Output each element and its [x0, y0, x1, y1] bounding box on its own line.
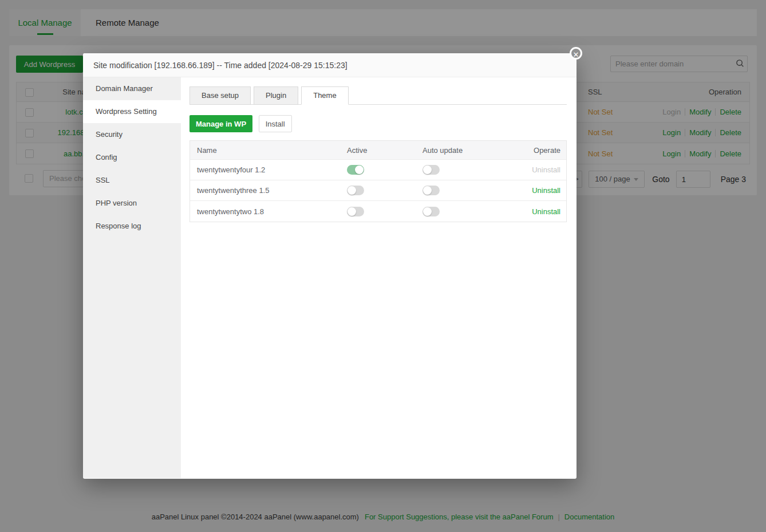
sidebar-item-ssl[interactable]: SSL: [83, 169, 181, 192]
theme-row: twentytwentythree 1.5 Uninstall: [190, 180, 566, 201]
uninstall-link[interactable]: Uninstall: [532, 186, 560, 195]
sidebar-item-php-version[interactable]: PHP version: [83, 192, 181, 215]
theme-name: twentytwentythree 1.5: [190, 186, 347, 195]
theme-row: twentytwentyfour 1.2 Uninstall: [190, 160, 566, 180]
auto-update-toggle[interactable]: [423, 165, 440, 175]
operate-header: Operate: [503, 146, 566, 155]
theme-table: Name Active Auto update Operate twentytw…: [189, 140, 567, 222]
theme-name: twentytwentytwo 1.8: [190, 207, 347, 216]
uninstall-link[interactable]: Uninstall: [532, 207, 560, 216]
active-toggle[interactable]: [347, 165, 364, 175]
sidebar-item-domain-manager[interactable]: Domain Manager: [83, 77, 181, 100]
auto-update-header: Auto update: [423, 146, 503, 155]
tab-theme[interactable]: Theme: [301, 86, 348, 105]
tab-plugin[interactable]: Plugin: [254, 86, 298, 105]
site-modification-modal: ✕ Site modification [192.168.66.189] -- …: [83, 53, 577, 479]
sidebar-item-security[interactable]: Security: [83, 123, 181, 146]
modal-title: Site modification [192.168.66.189] -- Ti…: [83, 53, 577, 77]
theme-row: twentytwentytwo 1.8 Uninstall: [190, 201, 566, 222]
sidebar-item-response-log[interactable]: Response log: [83, 215, 181, 238]
active-toggle[interactable]: [347, 207, 364, 216]
active-toggle[interactable]: [347, 186, 364, 195]
auto-update-toggle[interactable]: [423, 186, 440, 195]
name-header: Name: [190, 146, 347, 155]
wordpress-setting-tabs: Base setup Plugin Theme: [189, 86, 567, 105]
theme-name: twentytwentyfour 1.2: [190, 165, 347, 174]
tab-base-setup[interactable]: Base setup: [189, 86, 251, 105]
theme-table-header: Name Active Auto update Operate: [190, 141, 566, 160]
install-button[interactable]: Install: [259, 115, 292, 132]
manage-in-wp-button[interactable]: Manage in WP: [189, 115, 252, 132]
modal-sidebar: Domain Manager Wordpress Setting Securit…: [83, 77, 181, 478]
sidebar-item-wordpress-setting[interactable]: Wordpress Setting: [83, 100, 181, 123]
sidebar-item-config[interactable]: Config: [83, 146, 181, 169]
uninstall-link[interactable]: Uninstall: [532, 165, 560, 174]
active-header: Active: [347, 146, 423, 155]
auto-update-toggle[interactable]: [423, 207, 440, 216]
close-icon[interactable]: ✕: [570, 47, 582, 60]
